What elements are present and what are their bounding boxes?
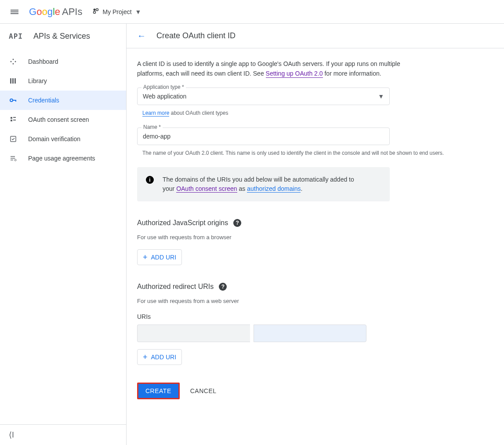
collapse-sidebar-icon[interactable]: ⟨I <box>9 430 14 439</box>
js-origins-section: Authorized JavaScript origins ? For use … <box>137 219 390 265</box>
plus-icon: + <box>143 253 148 262</box>
svg-point-5 <box>15 61 16 62</box>
redirect-uris-title: Authorized redirect URIs <box>137 283 214 291</box>
cancel-button[interactable]: CANCEL <box>190 387 217 394</box>
library-icon <box>9 77 18 85</box>
consent-icon <box>9 115 18 124</box>
plus-icon: + <box>143 353 148 362</box>
sidebar-footer: ⟨I <box>0 424 126 445</box>
nav-label: Dashboard <box>28 58 58 65</box>
nav-label: Page usage agreements <box>28 155 95 162</box>
svg-rect-20 <box>11 160 13 160</box>
help-icon[interactable]: ? <box>233 219 241 227</box>
sidebar-item-page-usage[interactable]: Page usage agreements <box>0 149 126 168</box>
nav-label: OAuth consent screen <box>28 116 89 123</box>
sidebar-item-oauth-consent[interactable]: OAuth consent screen <box>0 110 126 129</box>
svg-rect-15 <box>13 117 16 118</box>
svg-rect-16 <box>13 120 16 120</box>
sidebar-item-credentials[interactable]: Credentials <box>0 91 126 110</box>
info-box: i The domains of the URIs you add below … <box>137 167 390 201</box>
redirect-uris-desc: For use with requests from a web server <box>137 298 390 304</box>
svg-point-21 <box>15 159 16 161</box>
name-help: The name of your OAuth 2.0 client. This … <box>137 147 493 157</box>
application-type-label: Application type * <box>141 84 186 90</box>
svg-point-10 <box>10 99 13 102</box>
svg-rect-12 <box>15 100 16 102</box>
info-icon: i <box>146 176 154 184</box>
sidebar-item-dashboard[interactable]: Dashboard <box>0 52 126 71</box>
svg-point-0 <box>94 9 96 11</box>
svg-rect-19 <box>11 158 15 159</box>
svg-rect-7 <box>10 78 11 84</box>
content-header: ← Create OAuth client ID <box>127 24 504 48</box>
key-icon <box>9 96 18 105</box>
uris-label: URIs <box>137 313 390 320</box>
back-arrow-icon[interactable]: ← <box>137 31 146 41</box>
uri-input-row <box>137 325 366 342</box>
nav-label: Domain verification <box>28 135 80 142</box>
verified-icon <box>9 135 18 143</box>
svg-point-2 <box>94 11 96 14</box>
chevron-down-icon: ▼ <box>378 93 384 100</box>
actions: CREATE CANCEL <box>137 383 493 399</box>
oauth-consent-link[interactable]: OAuth consent screen <box>176 185 237 193</box>
sidebar-item-library[interactable]: Library <box>0 71 126 91</box>
js-origins-desc: For use with requests from a browser <box>137 234 390 241</box>
learn-more-link[interactable]: Learn more <box>142 110 169 117</box>
name-label: Name * <box>141 124 163 130</box>
application-type-value: Web application <box>143 93 186 100</box>
project-name: My Project <box>102 8 131 15</box>
create-button[interactable]: CREATE <box>137 383 180 399</box>
add-redirect-uri-button[interactable]: + ADD URI <box>137 349 182 365</box>
topbar: GoogleAPIs My Project ▼ <box>0 0 504 24</box>
uri-prefix-input[interactable] <box>137 325 250 342</box>
svg-rect-9 <box>15 78 16 84</box>
setting-up-oauth-link[interactable]: Setting up OAuth 2.0 <box>266 70 323 78</box>
sidebar-header: API APIs & Services <box>0 24 126 48</box>
project-selector[interactable]: My Project ▼ <box>89 5 145 18</box>
nav-label: Credentials <box>28 97 59 104</box>
application-type-field: Application type * Web application ▼ <box>137 88 390 105</box>
js-origins-title: Authorized JavaScript origins <box>137 219 228 227</box>
authorized-domains-link[interactable]: authorized domains <box>247 185 301 193</box>
svg-rect-14 <box>11 120 12 121</box>
info-text: The domains of the URIs you add below wi… <box>163 175 365 193</box>
svg-rect-13 <box>11 117 12 119</box>
uri-input[interactable] <box>254 325 367 342</box>
redirect-uris-section: Authorized redirect URIs ? For use with … <box>137 283 390 365</box>
sidebar-title: APIs & Services <box>33 32 90 41</box>
agreements-icon <box>9 154 18 163</box>
dashboard-icon <box>9 57 18 66</box>
google-apis-logo[interactable]: GoogleAPIs <box>29 6 82 18</box>
svg-point-3 <box>13 59 14 60</box>
hamburger-menu-button[interactable] <box>7 5 22 18</box>
help-icon[interactable]: ? <box>219 283 227 291</box>
sidebar: API APIs & Services Dashboard Library Cr… <box>0 24 127 445</box>
svg-point-6 <box>13 63 14 65</box>
add-js-uri-button[interactable]: + ADD URI <box>137 249 182 265</box>
svg-rect-8 <box>12 78 14 84</box>
svg-point-1 <box>96 9 98 11</box>
svg-point-4 <box>11 61 12 62</box>
name-input[interactable] <box>137 128 390 145</box>
sidebar-item-domain-verification[interactable]: Domain verification <box>0 129 126 149</box>
application-type-select[interactable]: Web application ▼ <box>137 88 390 105</box>
sidebar-nav: Dashboard Library Credentials OAuth cons… <box>0 48 126 424</box>
page-title: Create OAuth client ID <box>156 31 236 40</box>
intro-text: A client ID is used to identify a single… <box>137 59 401 79</box>
content: ← Create OAuth client ID A client ID is … <box>127 24 504 445</box>
hamburger-icon <box>11 10 18 15</box>
name-field: Name * <box>137 128 390 145</box>
api-badge: API <box>9 32 23 40</box>
project-icon <box>93 8 99 15</box>
nav-label: Library <box>28 77 47 84</box>
svg-rect-18 <box>11 156 15 157</box>
dropdown-arrow-icon: ▼ <box>135 8 141 15</box>
app-type-help: Learn more about OAuth client types <box>137 107 493 117</box>
